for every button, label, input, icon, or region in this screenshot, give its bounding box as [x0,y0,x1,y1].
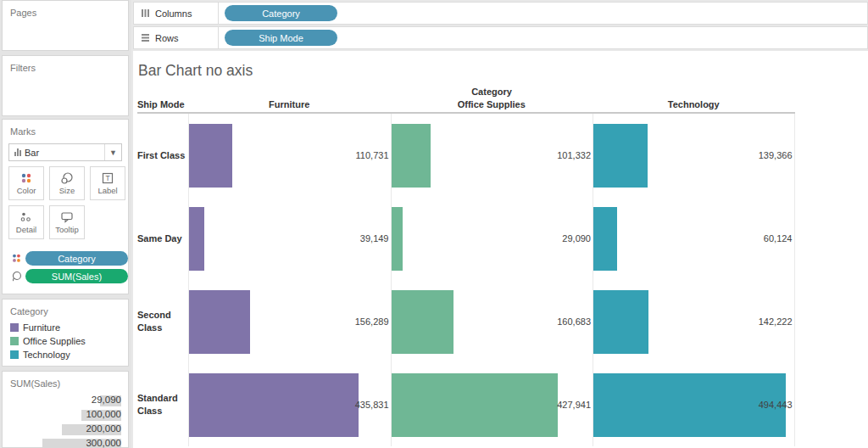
chart-row: First Class110,731101,332139,366 [137,114,795,197]
size-icon [60,172,74,184]
color-legend-title: Category [3,300,128,316]
chevron-down-icon[interactable]: ▼ [104,144,121,160]
rows-shelf-label: Rows [134,27,219,48]
filters-shelf[interactable]: Filters [2,55,129,116]
columns-pill-category[interactable]: Category [225,5,337,21]
bar-mark[interactable] [189,207,204,271]
chart-panel: 156,289 [188,280,391,363]
pages-shelf-label: Pages [3,1,128,18]
legend-swatch [10,337,19,345]
chart-panel: 435,831 [188,363,391,446]
value-label: 156,289 [355,280,389,363]
value-label: 29,090 [562,197,591,280]
columns-shelf[interactable]: Columns Category [133,2,868,25]
column-header-office-supplies[interactable]: Office Supplies [391,99,593,112]
rows-icon [141,33,150,42]
bar-mark[interactable] [189,124,232,188]
columns-shelf-label: Columns [134,3,219,24]
size-legend-row[interactable]: 100,000 [3,408,128,423]
size-legend-row[interactable]: 300,000 [3,437,128,448]
value-label: 160,683 [557,280,591,363]
filters-shelf-label: Filters [3,56,128,73]
size-legend-row[interactable]: 200,000 [3,423,128,437]
detail-button[interactable]: Detail [8,205,44,239]
legend-swatch [10,350,19,359]
tooltip-button[interactable]: Tooltip [49,205,85,239]
pages-shelf[interactable]: Pages [2,0,129,51]
bar-mark[interactable] [189,290,250,354]
bar-mark[interactable] [593,207,617,271]
bar-mark[interactable] [392,373,559,437]
chart-panel: 60,124 [593,197,795,280]
rows-shelf[interactable]: Rows Ship Mode [133,26,868,49]
rows-pill-ship-mode[interactable]: Ship Mode [225,30,337,46]
size-legend-value: 29,090 [92,395,121,405]
column-header-technology[interactable]: Technology [593,99,795,112]
chart-panel: 494,443 [593,363,795,446]
value-label: 39,149 [360,197,389,280]
value-label: 101,332 [557,114,591,197]
row-header[interactable]: Standard Class [137,363,188,446]
legend-label: Office Supplies [23,336,86,346]
legend-swatch [10,323,19,332]
bar-mark[interactable] [392,290,454,354]
bar-mark[interactable] [593,124,648,188]
color-icon [11,253,22,264]
color-legend-items: FurnitureOffice SuppliesTechnology [10,321,128,361]
bar-mark[interactable] [189,373,359,437]
left-sidebar: Pages Filters Marks Bar ▼ Color [0,0,131,448]
worksheet: Bar Chart no axis Category Ship Mode Fur… [133,51,868,448]
size-button[interactable]: Size [49,166,85,200]
color-button[interactable]: Color [8,166,44,200]
columns-icon [141,8,150,18]
chart-panel: 160,683 [391,280,593,363]
bar-mark[interactable] [392,124,431,188]
column-dimension-header: Category [137,87,795,99]
column-header-furniture[interactable]: Furniture [188,99,391,112]
bar-mark[interactable] [593,373,786,437]
size-legend-row[interactable]: 29,090 [3,394,128,408]
chart-panel: 110,731 [188,114,391,197]
legend-item[interactable]: Office Supplies [10,334,128,348]
chart-row: Same Day39,14929,09060,124 [137,197,795,280]
chart-body: First Class110,731101,332139,366Same Day… [137,114,795,446]
row-header[interactable]: First Class [137,114,188,197]
value-label: 60,124 [764,197,793,280]
value-label: 142,222 [759,280,793,363]
bar-chart-icon [14,148,21,156]
chart-panel: 101,332 [391,114,593,197]
tableau-app: Pages Filters Marks Bar ▼ Color [0,0,868,448]
bar-mark[interactable] [593,290,648,354]
size-icon [11,271,22,282]
color-icon [19,172,33,184]
legend-label: Technology [23,350,70,360]
size-legend-value: 300,000 [86,438,121,448]
mark-type-dropdown[interactable]: Bar ▼ [8,143,122,161]
marks-card-label: Marks [3,120,128,137]
row-header[interactable]: Same Day [137,197,188,280]
size-legend-items: 29,090100,000200,000300,000 [3,394,128,448]
value-label: 494,443 [759,363,793,446]
mark-type-value: Bar [21,148,104,158]
pill-sum-sales[interactable]: SUM(Sales) [25,269,128,283]
pill-category[interactable]: Category [25,251,128,266]
chart-panel: 427,941 [391,363,593,446]
row-header[interactable]: Second Class [137,280,188,363]
legend-item[interactable]: Technology [10,348,128,361]
label-icon: T [101,172,114,184]
column-headers: Ship Mode FurnitureOffice SuppliesTechno… [137,99,795,114]
row-dimension-header[interactable]: Ship Mode [137,99,188,112]
bar-mark[interactable] [392,207,403,271]
size-legend-value: 200,000 [86,423,121,434]
tooltip-icon [60,211,74,223]
chart-panel: 39,149 [188,197,391,280]
legend-item[interactable]: Furniture [10,321,128,334]
detail-icon [19,211,33,223]
bar-chart: Category Ship Mode FurnitureOffice Suppl… [137,87,795,446]
value-label: 427,941 [557,363,591,446]
marks-card: Marks Bar ▼ Color [2,119,129,294]
value-label: 110,731 [356,114,389,197]
label-button[interactable]: T Label [90,166,125,200]
legend-label: Furniture [23,322,60,333]
chart-row: Second Class156,289160,683142,222 [137,280,795,363]
